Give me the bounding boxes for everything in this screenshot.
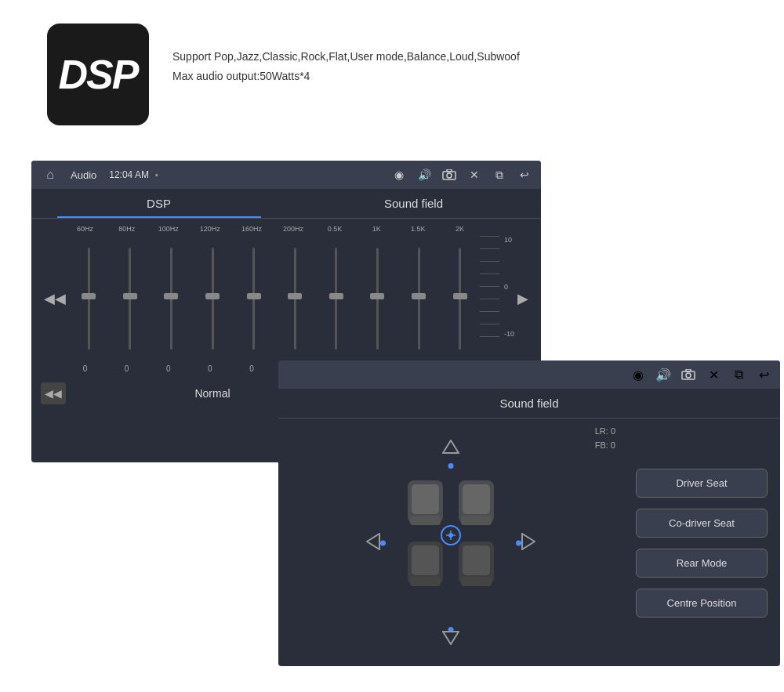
sf-location-icon[interactable]: ◉ [630, 366, 647, 383]
eq-container: ◀◀ [41, 236, 532, 361]
svg-rect-9 [410, 516, 441, 525]
svg-rect-18 [461, 577, 492, 586]
back-icon[interactable]: ↩ [516, 166, 533, 183]
eq-slider-2[interactable] [111, 236, 151, 361]
scale-top: 10 [504, 236, 514, 244]
eq-slider-3[interactable] [151, 236, 191, 361]
sf-dot-top [448, 463, 454, 469]
sf-dot-right [516, 541, 521, 546]
eq-label-60hz: 60Hz [64, 225, 106, 233]
sf-left-arrow[interactable] [366, 533, 380, 553]
window-icon[interactable]: ⧉ [491, 166, 508, 183]
svg-marker-23 [367, 534, 379, 549]
status-dot: • [155, 171, 158, 179]
eq-label-80hz: 80Hz [106, 225, 147, 233]
eq-label-05k: 0.5K [314, 225, 356, 233]
co-driver-seat-button[interactable]: Co-driver Seat [636, 509, 768, 538]
scale-bot: -10 [504, 330, 514, 338]
sf-coords: LR: 0 FB: 0 [595, 425, 615, 452]
driver-seat-button[interactable]: Driver Seat [636, 469, 768, 498]
tab-sound-field[interactable]: Sound field [286, 189, 541, 218]
eq-label-200hz: 200Hz [272, 225, 314, 233]
svg-rect-8 [412, 484, 439, 514]
eq-label-120hz: 120Hz [189, 225, 230, 233]
svg-marker-25 [443, 632, 459, 644]
eq-val-3: 0 [147, 364, 189, 373]
eq-slider-8[interactable] [358, 236, 397, 361]
status-time: 12:04 AM [109, 169, 149, 180]
dsp-logo: DSP [47, 24, 149, 125]
audio-label: Audio [71, 169, 96, 181]
eq-label-100hz: 100Hz [147, 225, 189, 233]
eq-area: 60Hz 80Hz 100Hz 120Hz 160Hz 200Hz 0.5K 1… [31, 219, 541, 373]
tab-dsp[interactable]: DSP [31, 189, 286, 218]
svg-marker-24 [522, 534, 535, 549]
centre-position-button[interactable]: Centre Position [636, 589, 768, 618]
sf-lr: LR: 0 [595, 425, 615, 439]
status-icons: ◉ 🔊 ✕ ⧉ ↩ [390, 166, 533, 183]
eq-scale-labels: 10 0 -10 [504, 236, 514, 338]
second-screen: ◉ 🔊 ✕ ⧉ ↩ Sound field LR: 0 FB: 0 [278, 360, 780, 666]
camera-icon[interactable] [441, 166, 458, 183]
status-bar: ⌂ Audio 12:04 AM • ◉ 🔊 ✕ ⧉ ↩ [31, 161, 541, 189]
eq-val-2: 0 [106, 364, 147, 373]
eq-sliders [69, 236, 480, 361]
description-line1: Support Pop,Jazz,Classic,Rock,Flat,User … [172, 47, 520, 67]
svg-marker-6 [443, 440, 459, 453]
svg-point-4 [686, 373, 691, 378]
volume-icon[interactable]: 🔊 [416, 166, 433, 183]
sf-fb: FB: 0 [595, 439, 615, 453]
eq-label-1k: 1K [356, 225, 397, 233]
tab-bar: DSP Sound field [31, 189, 541, 219]
location-icon[interactable]: ◉ [390, 166, 408, 183]
sf-volume-icon[interactable]: 🔊 [655, 366, 672, 383]
eq-slider-10[interactable] [440, 236, 480, 361]
top-section: DSP Support Pop,Jazz,Classic,Rock,Flat,U… [0, 0, 784, 141]
eq-val-1: 0 [64, 364, 106, 373]
second-status-bar: ◉ 🔊 ✕ ⧉ ↩ [278, 360, 780, 389]
eq-val-5: 0 [230, 364, 272, 373]
dsp-logo-text: DSP [59, 51, 138, 98]
sound-field-diagram: LR: 0 FB: 0 [278, 418, 623, 666]
sound-field-content: LR: 0 FB: 0 [278, 418, 780, 666]
sf-close-icon[interactable]: ✕ [705, 366, 722, 383]
svg-rect-5 [686, 369, 691, 371]
eq-slider-7[interactable] [317, 236, 357, 361]
scale-mid: 0 [504, 283, 514, 291]
eq-val-4: 0 [189, 364, 230, 373]
eq-slider-5[interactable] [234, 236, 274, 361]
sf-up-arrow[interactable] [442, 440, 459, 458]
eq-scale: 10 0 -10 [480, 236, 514, 338]
rear-mode-button[interactable]: Rear Mode [636, 549, 768, 578]
eq-labels: 60Hz 80Hz 100Hz 120Hz 160Hz 200Hz 0.5K 1… [64, 225, 532, 233]
svg-rect-17 [463, 545, 490, 575]
eq-label-2k: 2K [439, 225, 481, 233]
svg-rect-11 [463, 484, 490, 514]
sf-window-icon[interactable]: ⧉ [730, 366, 747, 383]
svg-point-1 [447, 173, 452, 178]
eq-label-15k: 1.5K [397, 225, 439, 233]
sf-camera-icon[interactable] [680, 366, 697, 383]
svg-point-22 [448, 533, 453, 538]
sound-field-tab[interactable]: Sound field [278, 389, 780, 418]
sound-field-buttons: Driver Seat Co-driver Seat Rear Mode Cen… [623, 418, 780, 666]
close-icon[interactable]: ✕ [466, 166, 483, 183]
eq-slider-4[interactable] [193, 236, 233, 361]
description-line2: Max audio output:50Watts*4 [172, 67, 520, 86]
svg-rect-14 [412, 545, 439, 575]
eq-left-arrow[interactable]: ◀◀ [41, 236, 69, 361]
eq-prev-button[interactable]: ◀◀ [41, 382, 66, 404]
home-icon[interactable]: ⌂ [39, 164, 61, 186]
sf-down-arrow[interactable] [442, 631, 459, 648]
svg-rect-2 [447, 169, 452, 172]
eq-slider-6[interactable] [275, 236, 315, 361]
eq-label-160hz: 160Hz [230, 225, 272, 233]
svg-rect-12 [461, 516, 492, 525]
eq-slider-1[interactable] [69, 236, 109, 361]
eq-right-arrow[interactable]: ▶ [514, 236, 532, 361]
sf-back-icon[interactable]: ↩ [755, 366, 772, 383]
svg-rect-15 [410, 577, 441, 586]
eq-slider-9[interactable] [399, 236, 439, 361]
sf-right-arrow[interactable] [521, 533, 535, 553]
sf-dot-left [380, 541, 386, 546]
